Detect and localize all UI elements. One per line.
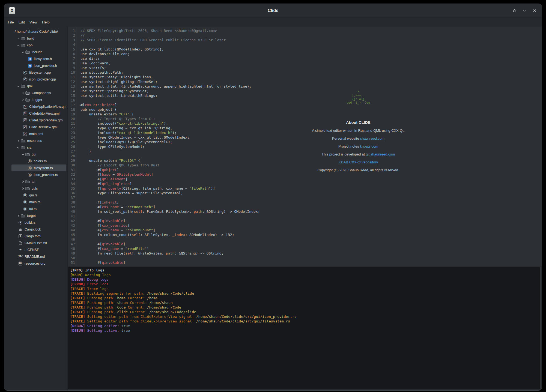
- tree-chevron-down-icon[interactable]: [21, 153, 25, 156]
- tree-item-icon-provider-rs[interactable]: Ricon_provider.rs: [11, 171, 66, 178]
- code-line-text: include!(<QtGui/QFileSystemModel>);: [76, 140, 172, 144]
- tree-item-cpp[interactable]: cpp: [11, 42, 66, 49]
- code-line-text: type QModelIndex = cxx_qt_lib::QModelInd…: [76, 135, 189, 140]
- tree-item-gui-rs[interactable]: Rgui.rs: [11, 192, 66, 199]
- tree-chevron-right-icon[interactable]: [17, 214, 20, 217]
- tree-item-include[interactable]: include: [11, 49, 66, 55]
- tree-item-clideeditorview-qml[interactable]: QtClideEditorView.qml: [11, 110, 66, 117]
- tree-item-readme-md[interactable]: M↓README.md: [11, 253, 66, 260]
- code-line: 35 #[qproperty(QString, file_path, cxx_n…: [68, 186, 542, 191]
- tree-item-logger[interactable]: Logger: [11, 96, 66, 103]
- titlebar[interactable]: X Clide: [4, 4, 542, 17]
- tree-item-clideapplicationview-qml[interactable]: QtClideApplicationView.qml: [11, 103, 66, 110]
- code-line: 38 #[inherit]: [68, 200, 542, 205]
- tree-item-label: ClideTreeView.qml: [29, 125, 58, 129]
- tree-item-main-qml[interactable]: Qtmain.qml: [11, 130, 66, 137]
- tree-item-label: gui.rs: [29, 193, 38, 197]
- line-number: 25: [68, 140, 76, 144]
- tree-item-filesystem-rs[interactable]: Rfilesystem.rs: [11, 164, 66, 171]
- tree-chevron-right-icon[interactable]: [21, 98, 25, 101]
- tree-item-clidetreeview-qml[interactable]: QtClideTreeView.qml: [11, 124, 66, 130]
- code-line: 10use std::path::Path;: [68, 70, 542, 75]
- tree-item-src[interactable]: src: [11, 144, 66, 151]
- tree-item-target[interactable]: target: [11, 212, 66, 219]
- tree-item-license[interactable]: ★LICENSE: [11, 246, 66, 253]
- tree-chevron-right-icon[interactable]: [17, 139, 20, 142]
- tree-item-components[interactable]: Components: [11, 89, 66, 96]
- tree-item-filesystem-h[interactable]: Hfilesystem.h: [11, 55, 66, 62]
- tree-chevron-down-icon[interactable]: [17, 85, 20, 88]
- tree-item-resources-qrc[interactable]: Qtresources.qrc: [11, 260, 66, 267]
- log-line: [DEBUG] Setting active: true: [70, 324, 538, 328]
- about-link-kdab-cxx-qt-repository[interactable]: KDAB CXX-Qt repository: [339, 160, 378, 164]
- tree-item-colors-rs[interactable]: Rcolors.rs: [11, 158, 66, 164]
- tree-chevron-right-icon[interactable]: [21, 180, 25, 183]
- line-number: 22: [68, 126, 76, 130]
- tree-item-utils[interactable]: utils: [11, 185, 66, 192]
- log-level-tag: [DEBUG]: [70, 324, 85, 328]
- window-shade-button[interactable]: [511, 7, 518, 14]
- folder-icon: [25, 50, 30, 54]
- tree-chevron-down-icon[interactable]: [17, 146, 20, 149]
- file-tree-panel[interactable]: / home/ shaun/ Code/ clide/ buildcppincl…: [4, 27, 68, 390]
- tree-item-qml[interactable]: qml: [11, 83, 66, 89]
- code-line: 5use cxx_qt_lib::{QModelIndex, QString};: [68, 47, 542, 52]
- window-close-button[interactable]: [531, 7, 538, 14]
- log-line: [INFO] Info logs: [70, 268, 538, 273]
- tree-item-label: utils: [32, 187, 38, 190]
- tree-item-icon-provider-h[interactable]: Hicon_provider.h: [11, 62, 66, 69]
- line-number: 10: [68, 70, 76, 75]
- tree-item-filesystem-cpp[interactable]: Cfilesystem.cpp: [11, 69, 66, 76]
- tree-item-label: resources: [27, 139, 42, 143]
- code-line-text: fn set_root_path(self: Pin<&mut FileSyst…: [76, 209, 260, 214]
- tree-item-label: include: [32, 50, 43, 54]
- window-minimize-button[interactable]: [521, 7, 528, 14]
- tree-item-tui[interactable]: tui: [11, 178, 66, 185]
- qt-file-icon: Qt: [23, 125, 28, 129]
- code-line: 1// SPDX-FileCopyrightText: 2026, Shaun …: [68, 28, 542, 33]
- line-number: 40: [68, 209, 76, 214]
- log-panel[interactable]: [INFO] Info logs[WARN] Warning logs[DEBU…: [68, 266, 541, 389]
- menu-item-view[interactable]: View: [28, 20, 39, 24]
- code-line-text: use devicons::FileIcon;: [76, 52, 130, 56]
- tree-item-cmakelists-txt[interactable]: CMakeLists.txt: [11, 240, 66, 246]
- code-line: 36 type FileSystem = super::FileSystemIm…: [68, 191, 542, 195]
- tree-item-tui-rs[interactable]: Rtui.rs: [11, 205, 66, 212]
- code-editor[interactable]: 1// SPDX-FileCopyrightText: 2026, Shaun …: [68, 27, 542, 266]
- tree-item-gui[interactable]: gui: [11, 151, 66, 158]
- tree-chevron-down-icon[interactable]: [21, 50, 25, 54]
- tree-chevron-right-icon[interactable]: [21, 91, 25, 95]
- tree-item-label: qml: [27, 84, 32, 88]
- tree-item-resources[interactable]: resources: [11, 137, 66, 144]
- about-link-knoats-com[interactable]: knoats.com: [360, 144, 378, 148]
- log-level-tag: [WARN]: [70, 273, 83, 277]
- menu-item-file[interactable]: File: [6, 20, 16, 24]
- line-number: 19: [68, 112, 76, 116]
- code-line: 11use syntect::easy::HighlightLines;: [68, 75, 542, 79]
- code-line-text: use syntect::highlighting::ThemeSet;: [76, 79, 157, 84]
- about-link-shaunreed-com[interactable]: shaunreed.com: [360, 136, 385, 140]
- tree-chevron-right-icon[interactable]: [21, 187, 25, 190]
- line-number: 31: [68, 167, 76, 172]
- tree-item-main-rs[interactable]: Rmain.rs: [11, 199, 66, 205]
- menu-item-help[interactable]: Help: [40, 20, 52, 24]
- menu-item-edit[interactable]: Edit: [17, 20, 27, 24]
- tree-chevron-down-icon[interactable]: [17, 44, 20, 47]
- code-line-text: [76, 154, 80, 158]
- code-line-text: #[cxx_qt::bridge]: [76, 103, 117, 107]
- tree-item-clideexplorerview-qml[interactable]: QtClideExplorerView.qml: [11, 117, 66, 124]
- tree-item-build-rs[interactable]: Rbuild.rs: [11, 219, 66, 226]
- line-number: 35: [68, 186, 76, 191]
- about-link-git-shaunreed-com[interactable]: git.shaunreed.com: [366, 152, 395, 156]
- code-line: 49 fn read_file(self: &FileSystem, path:…: [68, 251, 542, 256]
- code-line: 12use syntect::highlighting::ThemeSet;: [68, 79, 542, 84]
- tree-item-cargo-lock[interactable]: Cargo.lock: [11, 226, 66, 233]
- line-number: 29: [68, 158, 76, 163]
- tree-item-label: tui: [32, 180, 35, 184]
- tree-item-build[interactable]: build: [11, 35, 66, 42]
- log-line: [TRACE] Pushing path: clide Current: /ho…: [70, 310, 538, 314]
- tree-item-icon-provider-cpp[interactable]: Cicon_provider.cpp: [11, 76, 66, 83]
- tree-item-label: Cargo.lock: [25, 228, 41, 231]
- tree-chevron-right-icon[interactable]: [17, 37, 20, 40]
- tree-item-cargo-toml[interactable]: TCargo.toml: [11, 233, 66, 240]
